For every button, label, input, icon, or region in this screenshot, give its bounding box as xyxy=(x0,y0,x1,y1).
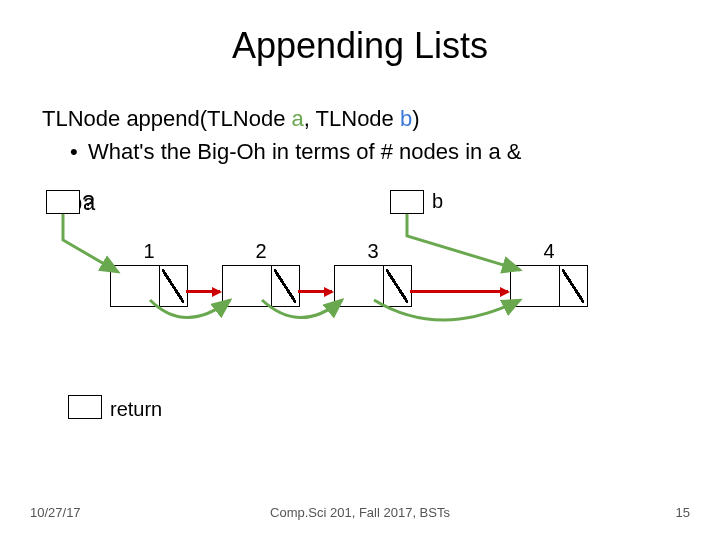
sig-param-a: a xyxy=(292,106,304,131)
footer-page-number: 15 xyxy=(676,505,690,520)
link-3-to-4 xyxy=(410,290,508,293)
footer-center: Comp.Sci 201, Fall 2017, BSTs xyxy=(270,505,450,520)
node-3-next-cell xyxy=(383,266,411,306)
function-signature: TLNode append(TLNode a, TLNode b) xyxy=(42,105,521,134)
node-3-value: 3 xyxy=(367,240,378,263)
node-2-value: 2 xyxy=(255,240,266,263)
node-1-value: 1 xyxy=(143,240,154,263)
null-slash-icon xyxy=(162,269,184,303)
bullet-dot: • xyxy=(70,138,88,167)
bullet-line: •What's the Big-Oh in terms of # nodes i… xyxy=(42,138,521,167)
pointer-box-b xyxy=(390,190,424,214)
null-slash-icon xyxy=(562,269,584,303)
node-4-next-cell xyxy=(559,266,587,306)
footer-date: 10/27/17 xyxy=(30,505,81,520)
null-slash-icon xyxy=(274,269,296,303)
sig-suffix: ) xyxy=(412,106,419,131)
body-text: TLNode append(TLNode a, TLNode b) •What'… xyxy=(42,105,521,166)
node-4: 4 xyxy=(510,265,588,307)
link-2-to-3 xyxy=(298,290,332,293)
link-1-to-2 xyxy=(186,290,220,293)
node-4-value: 4 xyxy=(543,240,554,263)
node-2: 2 xyxy=(222,265,300,307)
label-b: b xyxy=(432,190,443,213)
pointer-box-a xyxy=(46,190,80,214)
pointer-box-return xyxy=(68,395,102,419)
label-return: return xyxy=(110,398,162,421)
node-2-next-cell xyxy=(271,266,299,306)
node-3: 3 xyxy=(334,265,412,307)
null-slash-icon xyxy=(386,269,408,303)
overlap-a-label: a xyxy=(83,190,95,216)
bullet-text: What's the Big-Oh in terms of # nodes in… xyxy=(88,139,521,164)
sig-mid: , TLNode xyxy=(304,106,400,131)
node-1-next-cell xyxy=(159,266,187,306)
sig-prefix: TLNode append(TLNode xyxy=(42,106,292,131)
sig-param-b: b xyxy=(400,106,412,131)
node-1: 1 xyxy=(110,265,188,307)
slide-title: Appending Lists xyxy=(0,0,720,67)
